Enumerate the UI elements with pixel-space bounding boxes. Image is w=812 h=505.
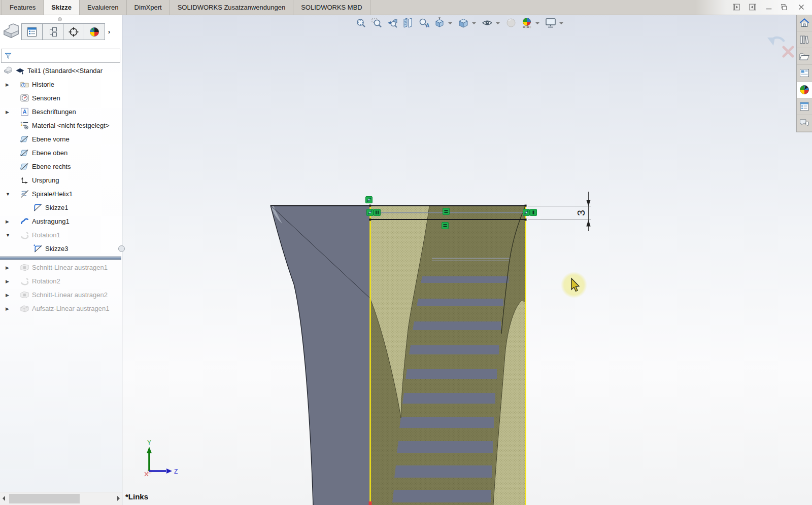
plane-icon bbox=[20, 162, 29, 171]
tree-item-label: Spirale/Helix1 bbox=[32, 190, 73, 198]
custom-properties-button[interactable] bbox=[797, 98, 812, 115]
svg-text:A: A bbox=[23, 109, 27, 115]
tree-item-label: Schnitt-Linear austragen1 bbox=[32, 264, 108, 271]
hide-show-items-button[interactable] bbox=[480, 16, 495, 30]
history-icon bbox=[20, 80, 29, 89]
tab-skizze[interactable]: Skizze bbox=[44, 0, 80, 15]
tree-item-ebene-rechts[interactable]: Ebene rechts bbox=[0, 160, 121, 173]
expand-arrow[interactable]: ▶ bbox=[3, 110, 20, 115]
dropdown-caret[interactable] bbox=[496, 22, 500, 26]
tree-item-austragung1[interactable]: ▶Austragung1 bbox=[0, 214, 121, 228]
expand-arrow[interactable]: ▶ bbox=[3, 293, 20, 298]
headsup-view-toolbar: A bbox=[353, 16, 567, 30]
collapse-pane-left-button[interactable] bbox=[732, 3, 741, 12]
expand-arrow[interactable]: ▼ bbox=[3, 192, 20, 197]
sweep-icon bbox=[20, 217, 29, 226]
helix-icon bbox=[20, 189, 29, 199]
edit-appearance-button[interactable] bbox=[503, 16, 519, 30]
tree-item-ebene-vorne[interactable]: Ebene vorne bbox=[0, 132, 121, 146]
dropdown-caret[interactable] bbox=[448, 22, 452, 26]
display-style-button[interactable] bbox=[456, 16, 471, 30]
boss-icon bbox=[20, 304, 29, 313]
forum-button[interactable] bbox=[797, 115, 812, 132]
featuremanager-panel: › Teil1 (Standard<<Standar▶HistorieSenso… bbox=[0, 15, 122, 505]
tree-item-rotation2[interactable]: ▶Rotation2 bbox=[0, 274, 121, 288]
file-explorer-button[interactable] bbox=[797, 48, 812, 65]
section-view-button[interactable] bbox=[400, 16, 416, 30]
tab-label: Features bbox=[10, 4, 36, 11]
task-pane bbox=[796, 15, 812, 132]
zoom-to-fit-button[interactable] bbox=[353, 16, 368, 30]
tree-item-aufsatz-linear-austragen1[interactable]: ▶Aufsatz-Linear austragen1 bbox=[0, 302, 121, 315]
appearances-scenes-button[interactable] bbox=[797, 82, 812, 98]
tree-item-skizze3[interactable]: *Skizze3 bbox=[0, 242, 121, 256]
tree-item-material[interactable]: Material <nicht festgelegt> bbox=[0, 119, 121, 132]
tab-solidworks-mbd[interactable]: SOLIDWORKS MBD bbox=[293, 0, 370, 15]
tab-dimxpert[interactable]: DimXpert bbox=[127, 0, 170, 15]
apply-scene-button[interactable] bbox=[519, 16, 534, 30]
annotation-view-button[interactable]: A bbox=[416, 16, 431, 30]
panel-collapse-handle[interactable] bbox=[58, 17, 62, 21]
rollback-bar[interactable] bbox=[0, 257, 121, 260]
horizontal-scrollbar[interactable] bbox=[0, 492, 122, 505]
tree-item-skizze1[interactable]: Skizze1 bbox=[0, 201, 121, 214]
graphics-area[interactable] bbox=[122, 15, 812, 505]
dropdown-caret[interactable] bbox=[535, 22, 539, 26]
displaymanager-tab[interactable] bbox=[84, 23, 105, 40]
tree-item-label: Beschriftungen bbox=[32, 108, 76, 116]
tree-item-label: Rotation2 bbox=[32, 277, 60, 285]
panel-splitter-handle[interactable] bbox=[118, 245, 125, 252]
propertymanager-tab[interactable] bbox=[43, 23, 63, 40]
tab-label: DimXpert bbox=[134, 4, 162, 11]
tree-item-schnitt-linear-austragen2[interactable]: ▶Schnitt-Linear austragen2 bbox=[0, 288, 121, 302]
view-settings-button[interactable] bbox=[543, 16, 558, 30]
expand-arrow[interactable]: ▶ bbox=[3, 265, 20, 270]
minimize-button[interactable] bbox=[764, 3, 773, 12]
featuremanager-tree-tab[interactable] bbox=[21, 23, 43, 40]
collapse-pane-right-button[interactable] bbox=[748, 3, 757, 12]
tree-item-ebene-oben[interactable]: Ebene oben bbox=[0, 146, 121, 160]
zoom-to-area-button[interactable] bbox=[369, 16, 384, 30]
tree-item-historie[interactable]: ▶Historie bbox=[0, 78, 121, 91]
tab-evaluieren[interactable]: Evaluieren bbox=[80, 0, 126, 15]
tree-item-sensoren[interactable]: Sensoren bbox=[0, 91, 121, 105]
previous-view-button[interactable] bbox=[385, 16, 400, 30]
scroll-left-arrow[interactable] bbox=[3, 496, 5, 501]
expand-arrow[interactable]: ▶ bbox=[3, 219, 20, 224]
origin-icon bbox=[20, 175, 29, 185]
tree-item-ursprung[interactable]: Ursprung bbox=[0, 173, 121, 187]
expand-arrow[interactable]: ▶ bbox=[3, 82, 20, 87]
filter-funnel-icon bbox=[2, 51, 15, 60]
tree-item-teil1[interactable]: Teil1 (Standard<<Standar bbox=[0, 64, 121, 78]
configurationmanager-tab[interactable] bbox=[63, 23, 84, 40]
view-palette-button[interactable] bbox=[797, 65, 812, 82]
home-button[interactable] bbox=[797, 15, 812, 31]
view-orientation-button[interactable] bbox=[432, 16, 447, 30]
expand-arrow[interactable]: ▼ bbox=[3, 233, 20, 238]
part-icon bbox=[3, 66, 13, 76]
tree-item-spirale-helix1[interactable]: ▼Spirale/Helix1 bbox=[0, 187, 121, 201]
sketch2-icon: * bbox=[33, 244, 43, 254]
restore-button[interactable] bbox=[781, 3, 790, 12]
expand-arrow[interactable]: ▶ bbox=[3, 279, 20, 284]
scrollbar-thumb[interactable] bbox=[9, 494, 80, 503]
tree-item-schnitt-linear-austragen1[interactable]: ▶Schnitt-Linear austragen1 bbox=[0, 261, 121, 274]
sketch-icon bbox=[33, 203, 43, 212]
revolve-icon bbox=[20, 230, 29, 240]
expand-arrow[interactable]: ▶ bbox=[3, 306, 20, 311]
dropdown-caret[interactable] bbox=[559, 22, 563, 26]
tree-item-beschriftungen[interactable]: ▶ABeschriftungen bbox=[0, 105, 121, 119]
expand-tabs-button[interactable]: › bbox=[105, 23, 113, 40]
tree-item-rotation1[interactable]: ▼Rotation1 bbox=[0, 228, 121, 242]
tab-features[interactable]: Features bbox=[2, 0, 44, 15]
close-button[interactable] bbox=[797, 3, 806, 12]
design-library-button[interactable] bbox=[797, 31, 812, 48]
tab-solidworks-zusatzanwendungen[interactable]: SOLIDWORKS Zusatzanwendungen bbox=[170, 0, 293, 15]
tree-item-label: Sensoren bbox=[32, 94, 60, 102]
cut-icon bbox=[20, 290, 29, 300]
model-tab[interactable] bbox=[1, 23, 21, 40]
svg-text:A: A bbox=[426, 23, 429, 28]
dropdown-caret[interactable] bbox=[472, 22, 476, 26]
scroll-right-arrow[interactable] bbox=[117, 496, 120, 501]
filter-input[interactable] bbox=[15, 50, 120, 61]
